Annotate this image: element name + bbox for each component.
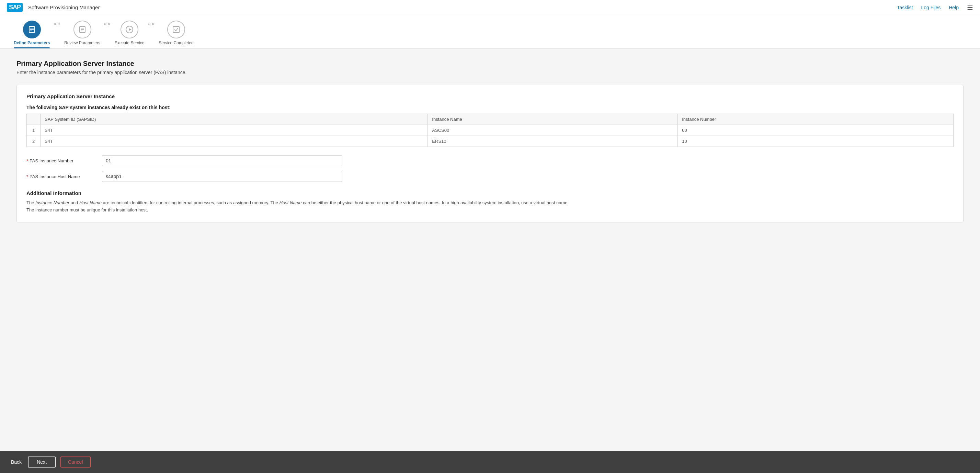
connector-1: »» [50,21,64,39]
page-heading: Primary Application Server Instance [16,60,964,68]
sap-logo-box: SAP [7,3,23,12]
step-define-label: Define Parameters [14,41,50,45]
svg-marker-9 [129,28,132,31]
form-row-pas-number: *PAS Instance Number [26,155,954,166]
chevron-1: »» [53,21,61,27]
pas-instance-number-input[interactable] [102,155,342,166]
step-execute: Execute Service [115,21,145,45]
table-row: 2 S4T ERS10 10 [27,136,954,147]
host-name-italic-2: Host Name [280,200,302,205]
col-num [27,114,41,125]
row-num: 2 [27,136,41,147]
instance-number-italic: Instance Number [35,200,69,205]
logfiles-link[interactable]: Log Files [921,5,940,10]
instances-table: SAP System ID (SAPSID) Instance Name Ins… [26,114,954,147]
tasklist-link[interactable]: Tasklist [897,5,913,10]
back-button[interactable]: Back [10,457,23,467]
row-instance-number: 10 [678,136,954,147]
col-instance-name: Instance Name [428,114,678,125]
pas-instance-host-input[interactable] [102,171,342,182]
step-review-label: Review Parameters [64,41,100,45]
form-label-pas-number: *PAS Instance Number [26,158,102,163]
connector-2: »» [100,21,115,39]
step-review-icon [73,21,91,38]
col-instance-number: Instance Number [678,114,954,125]
form-label-pas-host: *PAS Instance Host Name [26,174,102,179]
help-link[interactable]: Help [949,5,959,10]
additional-info-text: The Instance Number and Host Name are te… [26,200,954,214]
table-heading: The following SAP system instances alrea… [26,105,954,110]
main-content: Primary Application Server Instance Ente… [0,49,980,451]
additional-info-title: Additional Information [26,190,954,196]
svg-rect-10 [173,27,179,33]
step-execute-label: Execute Service [115,41,145,45]
stepper: Define Parameters »» Review Parameters »… [0,15,980,49]
row-num: 1 [27,125,41,136]
section-card: Primary Application Server Instance The … [16,85,964,222]
required-star-2: * [26,174,28,179]
page-subheading: Enter the instance parameters for the pr… [16,70,964,75]
step-define: Define Parameters [14,21,50,48]
cancel-button[interactable]: Cancel [60,457,91,468]
step-completed-label: Service Completed [159,41,193,45]
connector-3: »» [144,21,159,39]
row-instance-name: ASCS00 [428,125,678,136]
footer: Back Next Cancel [0,451,980,473]
step-define-underline [14,48,50,48]
step-execute-icon [121,21,138,38]
host-name-italic-1: Host Name [79,200,102,205]
row-instance-number: 00 [678,125,954,136]
row-sapsid: S4T [41,125,428,136]
step-completed: Service Completed [159,21,193,45]
step-completed-icon [167,21,185,38]
next-button[interactable]: Next [28,457,56,468]
required-star-1: * [26,158,28,163]
app-title: Software Provisioning Manager [28,5,100,10]
menu-icon[interactable]: ☰ [967,3,973,12]
app-header: SAP Software Provisioning Manager Taskli… [0,0,980,15]
step-review: Review Parameters [64,21,100,45]
chevron-2: »» [104,21,111,27]
step-define-icon [23,21,41,38]
sap-logo: SAP [7,3,23,12]
chevron-3: »» [148,21,155,27]
table-header-row: SAP System ID (SAPSID) Instance Name Ins… [27,114,954,125]
row-sapsid: S4T [41,136,428,147]
form-row-pas-host: *PAS Instance Host Name [26,171,954,182]
row-instance-name: ERS10 [428,136,678,147]
section-title: Primary Application Server Instance [26,94,954,99]
table-row: 1 S4T ASCS00 00 [27,125,954,136]
header-nav: Tasklist Log Files Help ☰ [897,3,973,12]
col-sapsid: SAP System ID (SAPSID) [41,114,428,125]
